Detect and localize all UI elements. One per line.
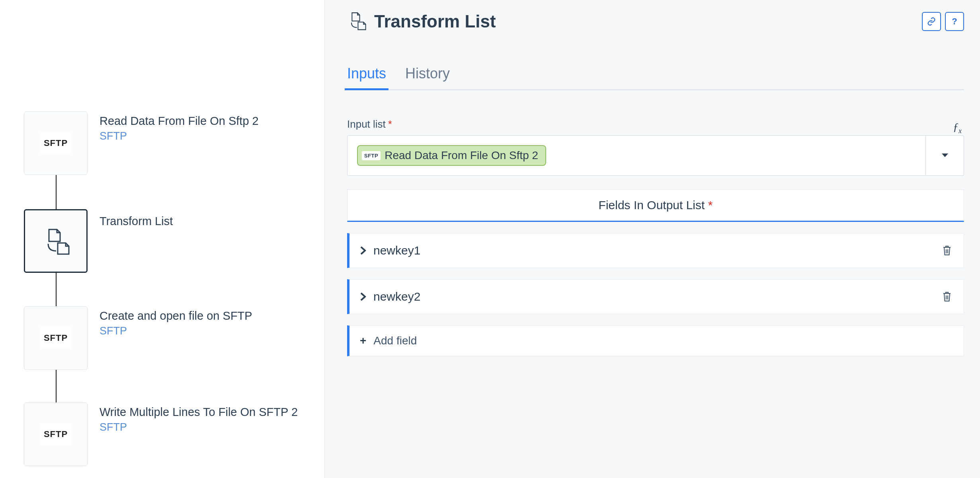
flow-connector <box>56 273 57 306</box>
tab-inputs[interactable]: Inputs <box>347 65 386 89</box>
sftp-badge: SFTP <box>40 132 72 154</box>
chip-text: Read Data From File On Sftp 2 <box>385 149 538 162</box>
trash-icon[interactable] <box>942 291 952 302</box>
output-field-row[interactable]: newkey2 <box>347 279 964 314</box>
node-box[interactable]: SFTP <box>24 306 88 370</box>
link-button[interactable] <box>922 12 941 31</box>
field-name: newkey2 <box>373 290 420 303</box>
input-list-select[interactable]: SFTP Read Data From File On Sftp 2 <box>347 135 964 176</box>
node-label: Transform List <box>100 209 173 228</box>
add-field-label: Add field <box>373 334 417 347</box>
flow-connector <box>56 174 57 210</box>
chevron-right-icon[interactable] <box>360 292 366 301</box>
input-list-value[interactable]: SFTP Read Data From File On Sftp 2 <box>347 145 925 166</box>
fx-button[interactable]: ƒx <box>953 120 964 135</box>
dropdown-toggle[interactable] <box>925 136 964 175</box>
sftp-badge: SFTP <box>40 327 72 349</box>
node-box[interactable] <box>24 209 88 273</box>
trash-icon[interactable] <box>942 245 952 256</box>
node-label: Create and open file on SFTP SFTP <box>100 306 252 337</box>
sftp-badge: SFTP <box>362 151 381 160</box>
output-field-row[interactable]: newkey1 <box>347 233 964 268</box>
input-chip[interactable]: SFTP Read Data From File On Sftp 2 <box>357 145 546 166</box>
flow-node-transform-list[interactable]: Transform List <box>24 209 173 273</box>
flow-canvas: SFTP Read Data From File On Sftp 2 SFTP … <box>0 0 324 478</box>
tabs: Inputs History <box>347 65 964 90</box>
transform-icon <box>42 227 70 255</box>
input-list-label: Input list* <box>347 118 392 130</box>
node-box[interactable]: SFTP <box>24 402 88 466</box>
fields-section-label: Fields In Output List * <box>347 189 964 222</box>
sftp-badge: SFTP <box>40 423 72 445</box>
field-name: newkey1 <box>373 244 420 257</box>
page-title: Transform List <box>374 12 496 31</box>
tab-history[interactable]: History <box>405 65 450 89</box>
node-box[interactable]: SFTP <box>24 111 88 175</box>
details-panel: Transform List ? Inputs History Input li… <box>324 0 980 478</box>
flow-node-read-sftp[interactable]: SFTP Read Data From File On Sftp 2 SFTP <box>24 111 259 175</box>
node-subtitle: SFTP <box>100 421 298 433</box>
node-label: Write Multiple Lines To File On SFTP 2 S… <box>100 402 298 433</box>
flow-node-create-open-sftp[interactable]: SFTP Create and open file on SFTP SFTP <box>24 306 252 370</box>
chevron-right-icon[interactable] <box>360 246 366 255</box>
node-title: Write Multiple Lines To File On SFTP 2 <box>100 406 298 419</box>
node-title: Read Data From File On Sftp 2 <box>100 115 259 128</box>
plus-icon: + <box>360 334 366 347</box>
flow-connector <box>56 369 57 402</box>
node-subtitle: SFTP <box>100 130 259 142</box>
help-button[interactable]: ? <box>945 12 964 31</box>
flow-node-write-sftp[interactable]: SFTP Write Multiple Lines To File On SFT… <box>24 402 298 466</box>
transform-icon <box>347 11 366 32</box>
panel-header: Transform List ? <box>347 11 964 32</box>
node-title: Create and open file on SFTP <box>100 309 252 323</box>
node-subtitle: SFTP <box>100 325 252 337</box>
add-field-button[interactable]: + Add field <box>347 325 964 356</box>
node-label: Read Data From File On Sftp 2 SFTP <box>100 111 259 142</box>
node-title: Transform List <box>100 215 173 228</box>
